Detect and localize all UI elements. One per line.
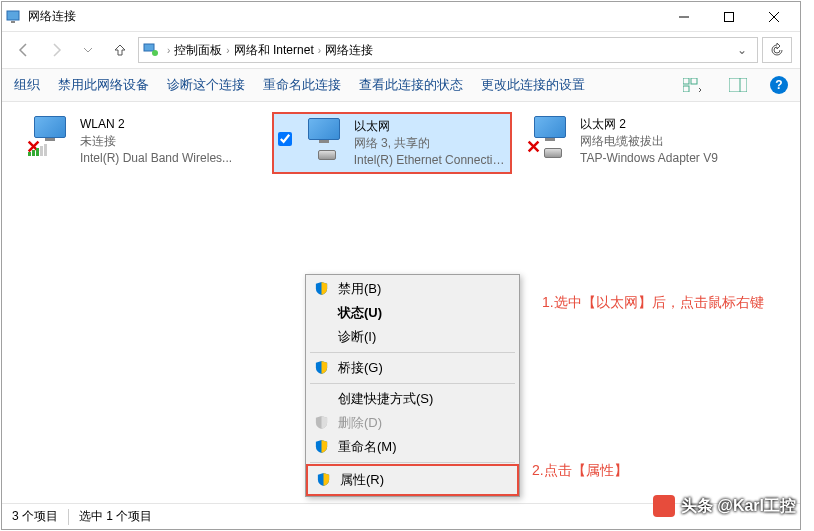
connection-name: 以太网 2 <box>580 116 718 133</box>
shield-icon <box>314 281 330 297</box>
menu-label: 属性(R) <box>340 471 384 489</box>
menu-diagnose[interactable]: 诊断(I) <box>308 325 517 349</box>
menu-separator <box>310 462 515 463</box>
app-icon <box>6 9 22 25</box>
breadcrumb-seg[interactable]: 网络连接 <box>325 42 373 59</box>
breadcrumb-seg[interactable]: 网络和 Internet <box>234 42 314 59</box>
wifi-adapter-icon: ✕ <box>26 116 74 160</box>
menu-shortcut[interactable]: 创建快捷方式(S) <box>308 387 517 411</box>
menu-label: 诊断(I) <box>338 328 376 346</box>
recent-dropdown[interactable] <box>74 36 102 64</box>
svg-rect-9 <box>691 78 697 84</box>
shield-icon <box>314 415 330 431</box>
menu-properties[interactable]: 属性(R) <box>310 468 515 492</box>
navbar: › 控制面板 › 网络和 Internet › 网络连接 ⌄ <box>2 32 800 68</box>
toolbar-change[interactable]: 更改此连接的设置 <box>481 76 585 94</box>
status-count: 3 个项目 <box>12 508 58 525</box>
menu-delete: 删除(D) <box>308 411 517 435</box>
view-icon[interactable] <box>678 75 706 95</box>
titlebar: 网络连接 <box>2 2 800 32</box>
selection-checkbox[interactable] <box>278 118 294 168</box>
up-button[interactable] <box>106 36 134 64</box>
connection-device: Intel(R) Dual Band Wireles... <box>80 150 232 167</box>
preview-icon[interactable] <box>724 75 752 95</box>
connection-wlan2[interactable]: ✕ WLAN 2 未连接 Intel(R) Dual Band Wireles.… <box>22 112 262 170</box>
svg-rect-10 <box>683 86 689 92</box>
shield-icon <box>316 472 332 488</box>
toolbar-rename[interactable]: 重命名此连接 <box>263 76 341 94</box>
toolbar-diagnose[interactable]: 诊断这个连接 <box>167 76 245 94</box>
connection-name: WLAN 2 <box>80 116 232 133</box>
watermark: 头条 @Karl工控 <box>653 495 796 517</box>
context-menu: 禁用(B) 状态(U) 诊断(I) 桥接(G) 创建快捷方式(S) <box>305 274 520 497</box>
back-button[interactable] <box>10 36 38 64</box>
connection-status: 网络 3, 共享的 <box>354 135 506 152</box>
chevron-down-icon[interactable]: ⌄ <box>731 43 753 57</box>
connection-status: 网络电缆被拔出 <box>580 133 718 150</box>
svg-rect-3 <box>724 12 733 21</box>
content-area: ✕ WLAN 2 未连接 Intel(R) Dual Band Wireles.… <box>2 102 800 503</box>
connection-ethernet2[interactable]: ✕ 以太网 2 网络电缆被拔出 TAP-Windows Adapter V9 <box>522 112 762 170</box>
annotation-step1: 1.选中【以太网】后，点击鼠标右键 <box>542 294 764 312</box>
menu-label: 删除(D) <box>338 414 382 432</box>
toolbar-disable[interactable]: 禁用此网络设备 <box>58 76 149 94</box>
refresh-button[interactable] <box>762 37 792 63</box>
menu-label: 重命名(M) <box>338 438 397 456</box>
toolbar: 组织 禁用此网络设备 诊断这个连接 重命名此连接 查看此连接的状态 更改此连接的… <box>2 68 800 102</box>
menu-rename[interactable]: 重命名(M) <box>308 435 517 459</box>
annotation-step2: 2.点击【属性】 <box>532 462 628 480</box>
svg-rect-6 <box>144 44 154 51</box>
chevron-right-icon: › <box>167 45 170 56</box>
close-button[interactable] <box>751 2 796 31</box>
shield-icon <box>314 439 330 455</box>
svg-point-7 <box>152 50 158 56</box>
chevron-right-icon: › <box>318 45 321 56</box>
connection-device: TAP-Windows Adapter V9 <box>580 150 718 167</box>
watermark-icon <box>653 495 675 517</box>
minimize-button[interactable] <box>661 2 706 31</box>
breadcrumb-seg[interactable]: 控制面板 <box>174 42 222 59</box>
status-selected: 选中 1 个项目 <box>79 508 152 525</box>
ethernet-adapter-icon <box>300 118 348 162</box>
shield-icon <box>314 360 330 376</box>
connection-name: 以太网 <box>354 118 506 135</box>
menu-label: 禁用(B) <box>338 280 381 298</box>
toolbar-status[interactable]: 查看此连接的状态 <box>359 76 463 94</box>
forward-button[interactable] <box>42 36 70 64</box>
network-icon <box>143 42 159 58</box>
menu-label: 创建快捷方式(S) <box>338 390 433 408</box>
menu-disable[interactable]: 禁用(B) <box>308 277 517 301</box>
svg-rect-8 <box>683 78 689 84</box>
chevron-right-icon: › <box>226 45 229 56</box>
menu-bridge[interactable]: 桥接(G) <box>308 356 517 380</box>
ethernet-adapter-icon: ✕ <box>526 116 574 160</box>
menu-status[interactable]: 状态(U) <box>308 301 517 325</box>
toolbar-organize[interactable]: 组织 <box>14 76 40 94</box>
menu-separator <box>310 383 515 384</box>
watermark-text: 头条 @Karl工控 <box>681 496 796 517</box>
menu-separator <box>310 352 515 353</box>
breadcrumb[interactable]: › 控制面板 › 网络和 Internet › 网络连接 ⌄ <box>138 37 758 63</box>
help-icon[interactable]: ? <box>770 76 788 94</box>
svg-rect-0 <box>7 11 19 20</box>
menu-label: 桥接(G) <box>338 359 383 377</box>
svg-rect-1 <box>11 21 15 23</box>
connection-status: 未连接 <box>80 133 232 150</box>
svg-rect-11 <box>729 78 747 92</box>
window-title: 网络连接 <box>28 8 661 25</box>
connection-device: Intel(R) Ethernet Connectio... <box>354 152 506 169</box>
connection-ethernet[interactable]: 以太网 网络 3, 共享的 Intel(R) Ethernet Connecti… <box>272 112 512 174</box>
menu-label: 状态(U) <box>338 304 382 322</box>
maximize-button[interactable] <box>706 2 751 31</box>
